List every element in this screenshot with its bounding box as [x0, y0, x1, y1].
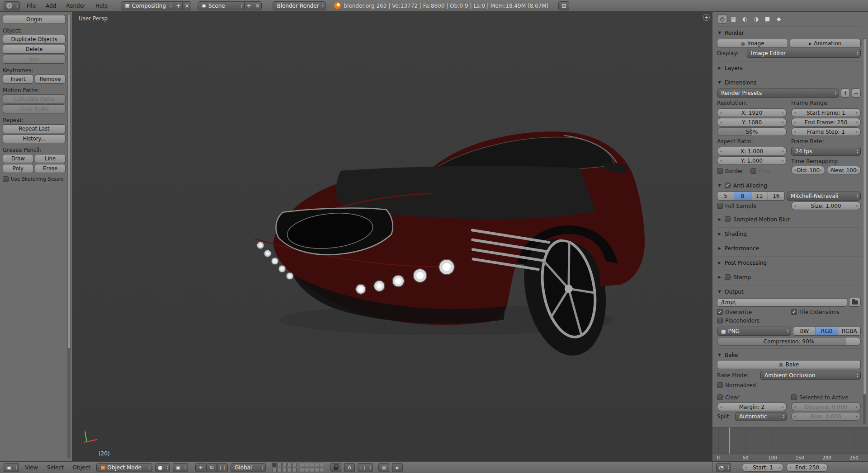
motion-blur-panel-header[interactable]: Sampled Motion Blur: [717, 214, 861, 225]
menu-view[interactable]: View: [22, 463, 41, 473]
tab-render[interactable]: ◎: [717, 14, 727, 23]
antialiasing-checkbox[interactable]: [725, 183, 731, 188]
menu-help[interactable]: Help: [92, 1, 111, 11]
preset-remove-button[interactable]: −: [852, 89, 861, 98]
full-sample-checkbox[interactable]: [717, 203, 723, 209]
resolution-x-field[interactable]: X: 1920: [717, 108, 787, 117]
timeline-start-field[interactable]: Start: 1: [742, 463, 783, 472]
origin-button[interactable]: Origin: [3, 15, 66, 24]
sketching-checkbox[interactable]: [3, 176, 9, 182]
pivot-point-menu[interactable]: ◉: [173, 463, 188, 472]
crop-checkbox[interactable]: [750, 168, 756, 174]
screen-layout-menu[interactable]: ▦ Compositing: [121, 1, 174, 10]
render-engine-menu[interactable]: Blender Render: [273, 1, 326, 10]
grease-erase-button[interactable]: Erase: [35, 164, 66, 173]
layers-panel-header[interactable]: Layers: [717, 63, 861, 73]
output-path-field[interactable]: /tmp\: [717, 298, 847, 307]
stamp-checkbox[interactable]: [725, 274, 731, 280]
lock-to-scene-toggle[interactable]: [330, 463, 341, 472]
history-button[interactable]: History...: [3, 134, 66, 143]
menu-add[interactable]: Add: [42, 1, 59, 11]
remove-keyframe-button[interactable]: Remove: [35, 75, 66, 84]
tab-scene[interactable]: ◐: [740, 14, 750, 23]
join-button[interactable]: Join: [3, 55, 66, 64]
timeline-editor[interactable]: 0 50 100 150 200 250: [712, 427, 868, 461]
screen-layout-add-button[interactable]: +: [174, 1, 183, 10]
scene-add-button[interactable]: +: [245, 1, 253, 10]
stamp-panel-header[interactable]: Stamp: [717, 272, 861, 282]
channels-rgba-button[interactable]: RGBA: [838, 327, 861, 336]
end-frame-field[interactable]: End Frame: 250: [791, 118, 861, 126]
timeline-ruler[interactable]: 0 50 100 150 200 250: [712, 454, 868, 461]
bake-bias-field[interactable]: Bias: 0.000: [791, 412, 861, 421]
placeholders-checkbox[interactable]: [717, 318, 723, 323]
bake-distance-field[interactable]: Distance: 0.000: [791, 403, 861, 411]
border-checkbox[interactable]: [717, 168, 723, 174]
timeline-playhead[interactable]: [729, 427, 730, 454]
tab-render-layers[interactable]: ▤: [728, 14, 739, 23]
aa-samples-8-button[interactable]: 8: [734, 192, 751, 201]
viewport-3d[interactable]: User Persp +: [72, 12, 712, 461]
timeline-end-field[interactable]: End: 250: [786, 463, 828, 472]
file-format-menu[interactable]: ▦ PNG: [717, 327, 791, 336]
menu-object[interactable]: Object: [70, 463, 94, 473]
timeline-editor-type-button[interactable]: ◔: [716, 463, 731, 472]
tab-physics[interactable]: ◆: [774, 14, 784, 23]
start-frame-field[interactable]: Start Frame: 1: [791, 108, 861, 117]
layers-widget[interactable]: [272, 463, 324, 472]
clear-paths-button[interactable]: Clear Paths: [3, 104, 66, 113]
compression-slider[interactable]: Compression: 90%: [717, 337, 861, 346]
resolution-percentage-slider[interactable]: 50%: [717, 127, 787, 136]
bake-panel-header[interactable]: Bake: [717, 350, 861, 360]
overwrite-checkbox[interactable]: [717, 309, 723, 315]
scene-close-button[interactable]: ×: [253, 1, 262, 10]
snap-element-menu[interactable]: □: [358, 463, 373, 472]
aspect-x-field[interactable]: X: 1.000: [717, 147, 787, 155]
scene-menu[interactable]: ◉ Scene: [198, 1, 245, 10]
insert-keyframe-button[interactable]: Insert: [3, 75, 33, 84]
bake-margin-field[interactable]: Margin: 2: [717, 403, 787, 411]
output-browse-button[interactable]: [849, 298, 861, 307]
viewport-editor-type-button[interactable]: ▣: [4, 463, 19, 472]
aa-size-field[interactable]: Size: 1.000: [791, 201, 861, 210]
normalized-checkbox[interactable]: [717, 382, 723, 388]
shading-panel-header[interactable]: Shading: [717, 229, 861, 239]
editor-type-button[interactable]: i: [4, 1, 20, 10]
aa-samples-5-button[interactable]: 5: [717, 192, 734, 201]
tab-object[interactable]: ■: [762, 14, 773, 23]
grease-line-button[interactable]: Line: [35, 154, 66, 163]
grease-draw-button[interactable]: Draw: [3, 154, 33, 163]
repeat-last-button[interactable]: Repeat Last: [3, 124, 66, 133]
antialiasing-panel-header[interactable]: Anti-Aliasing: [717, 180, 861, 191]
viewport-shading-menu[interactable]: ●: [155, 463, 170, 472]
opengl-render-anim-button[interactable]: ▸: [392, 463, 403, 472]
calculate-paths-button[interactable]: Calculate Paths: [3, 94, 66, 103]
opengl-render-button[interactable]: ◎: [378, 463, 389, 472]
post-processing-panel-header[interactable]: Post Processing: [717, 258, 861, 268]
duplicate-objects-button[interactable]: Duplicate Objects: [3, 35, 66, 44]
file-extensions-checkbox[interactable]: [791, 309, 797, 315]
manipulator-scale-toggle[interactable]: □: [217, 463, 228, 472]
aa-samples-16-button[interactable]: 16: [768, 192, 785, 201]
channels-rgb-button[interactable]: RGB: [816, 327, 839, 336]
render-panel-header[interactable]: Render: [717, 28, 861, 38]
mode-menu[interactable]: ■ Object Mode: [96, 463, 152, 472]
properties-scrollbar[interactable]: [863, 38, 866, 424]
car-model[interactable]: [252, 126, 650, 370]
snap-toggle[interactable]: ∩: [344, 463, 355, 472]
grease-poly-button[interactable]: Poly: [3, 164, 33, 173]
menu-render[interactable]: Render: [63, 1, 89, 11]
menu-file[interactable]: File: [24, 1, 39, 11]
delete-button[interactable]: Delete: [3, 45, 66, 54]
bake-clear-checkbox[interactable]: [717, 394, 723, 400]
aa-samples-11-button[interactable]: 11: [751, 192, 768, 201]
split-menu[interactable]: Automatic: [735, 412, 787, 421]
dimensions-panel-header[interactable]: Dimensions: [717, 77, 861, 88]
manipulator-translate-toggle[interactable]: +: [195, 463, 206, 472]
performance-panel-header[interactable]: Performance: [717, 243, 861, 253]
tab-world[interactable]: ◑: [751, 14, 761, 23]
frame-step-field[interactable]: Frame Step: 1: [791, 127, 861, 136]
region-expand-icon[interactable]: +: [703, 14, 710, 21]
preset-add-button[interactable]: +: [841, 89, 850, 98]
remap-old-field[interactable]: Old: 100: [791, 166, 825, 174]
